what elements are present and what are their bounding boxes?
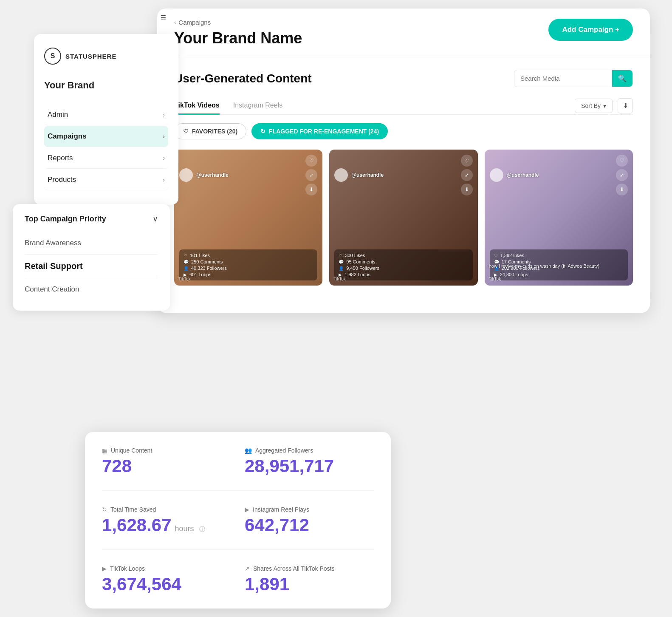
avatar-2 <box>334 168 348 182</box>
campaign-item-brand-awareness[interactable]: Brand Awareness <box>25 232 158 255</box>
favorites-filter-button[interactable]: ♡ FAVORITES (20) <box>174 123 246 139</box>
tiktok-logo-3: TikTok <box>489 277 501 281</box>
stat-tiktok-loops: ▶ TikTok Loops 3,674,564 <box>102 565 231 593</box>
download-action-2[interactable]: ⬇ <box>461 184 473 195</box>
flagged-label: FLAGGED FOR RE-ENGAGEMENT (24) <box>269 128 379 135</box>
video-card-3[interactable]: @userhandle ♡ ⤢ ⬇ how I revive my curls … <box>485 150 633 286</box>
loops-stat-3: ▶ 24,800 Loops <box>494 272 624 277</box>
loops-icon-1: ▶ <box>184 272 187 277</box>
followers-stat-2: 👤 9,450 Followers <box>339 266 468 271</box>
reel-plays-icon: ▶ <box>245 506 249 513</box>
video-grid: @userhandle ♡ ⤢ ⬇ ♡ 101 Likes <box>174 150 633 286</box>
shares-value: 1,891 <box>245 575 374 593</box>
video-overlay-1: @userhandle ♡ ⤢ ⬇ ♡ 101 Likes <box>174 150 322 286</box>
download-action-1[interactable]: ⬇ <box>305 184 317 195</box>
tiktok-logo-1: TikTok <box>178 277 191 281</box>
video-top-2: @userhandle ♡ ⤢ ⬇ <box>334 155 472 195</box>
sort-by-chevron-icon: ▾ <box>603 102 606 109</box>
tiktok-logo-2: TikTok <box>333 277 346 281</box>
like-icon-2: ♡ <box>339 253 342 258</box>
header-left: ‹ Campaigns Your Brand Name <box>174 19 302 47</box>
tabs-left: TikTok Videos Instagram Reels <box>174 97 282 114</box>
download-button[interactable]: ⬇ <box>618 98 633 113</box>
video-actions-1: ♡ ⤢ ⬇ <box>305 155 317 195</box>
share-action-1[interactable]: ⤢ <box>305 169 317 181</box>
loops-icon-3: ▶ <box>494 272 497 277</box>
filter-row: ♡ FAVORITES (20) ↻ FLAGGED FOR RE-ENGAGE… <box>174 123 633 139</box>
stat-instagram-reel-plays: ▶ Instagram Reel Plays 642,712 <box>245 506 374 534</box>
tabs-right: Sort By ▾ ⬇ <box>575 98 633 113</box>
stat-shares: ↗ Shares Across All TikTok Posts 1,891 <box>245 565 374 593</box>
logo-name: STATUSPHERE <box>65 53 116 60</box>
reel-plays-value: 642,712 <box>245 516 374 534</box>
followers-icon-1: 👤 <box>184 266 189 271</box>
video-card-2[interactable]: @userhandle ♡ ⤢ ⬇ ♡ 300 Likes <box>329 150 477 286</box>
chevron-right-icon: › <box>163 111 165 118</box>
tabs: TikTok Videos Instagram Reels Sort By ▾ … <box>174 97 633 115</box>
unique-content-label: Unique Content <box>111 447 152 454</box>
like-icon-1: ♡ <box>184 253 187 258</box>
tiktok-loops-icon: ▶ <box>102 565 107 572</box>
info-icon[interactable]: ⓘ <box>199 526 205 533</box>
video-overlay-3: @userhandle ♡ ⤢ ⬇ how I revive my curls … <box>485 150 633 286</box>
time-saved-label: Total Time Saved <box>110 506 156 513</box>
aggregated-followers-icon: 👥 <box>245 447 252 454</box>
campaign-priority-title: Top Campaign Priority <box>25 215 106 224</box>
tiktok-loops-value: 3,674,564 <box>102 575 231 593</box>
heart-action-1[interactable]: ♡ <box>305 155 317 167</box>
sort-by-dropdown[interactable]: Sort By ▾ <box>575 99 613 113</box>
time-saved-icon: ↻ <box>102 506 107 513</box>
heart-action-2[interactable]: ♡ <box>461 155 473 167</box>
campaign-priority-card: Top Campaign Priority ∨ Brand Awareness … <box>13 204 170 311</box>
sidebar-item-reports[interactable]: Reports › <box>44 148 168 169</box>
video-top-1: @userhandle ♡ ⤢ ⬇ <box>179 155 317 195</box>
reel-plays-label: Instagram Reel Plays <box>253 506 309 513</box>
comments-value-1: 250 Comments <box>191 259 223 264</box>
likes-stat-1: ♡ 101 Likes <box>184 253 313 258</box>
aggregated-followers-value: 28,951,717 <box>245 457 374 475</box>
share-action-3[interactable]: ⤢ <box>616 169 628 181</box>
heart-action-3[interactable]: ♡ <box>616 155 628 167</box>
comment-icon-1: 💬 <box>184 260 189 264</box>
heart-icon: ♡ <box>183 128 189 135</box>
main-panel: ‹ Campaigns Your Brand Name Add Campaign… <box>157 8 650 313</box>
unique-content-icon: ▦ <box>102 447 107 454</box>
flagged-filter-button[interactable]: ↻ FLAGGED FOR RE-ENGAGEMENT (24) <box>251 123 388 139</box>
ugc-section: User-Generated Content 🔍 TikTok Videos I… <box>157 56 650 313</box>
refresh-icon: ↻ <box>260 128 265 135</box>
stats-card: ▦ Unique Content 728 👥 Aggregated Follow… <box>85 432 391 609</box>
campaign-item-content-creation[interactable]: Content Creation <box>25 278 158 300</box>
download-action-3[interactable]: ⬇ <box>616 184 628 195</box>
stat-aggregated-followers: 👥 Aggregated Followers 28,951,717 <box>245 447 374 475</box>
sort-by-label: Sort By <box>581 102 601 109</box>
chevron-down-icon[interactable]: ∨ <box>152 214 158 224</box>
stat-unique-content: ▦ Unique Content 728 <box>102 447 231 475</box>
video-caption-3: how I revive my curls on wash day (ft. A… <box>489 263 629 269</box>
comments-stat-2: 💬 95 Comments <box>339 259 468 264</box>
username-1: @userhandle <box>196 172 229 178</box>
campaign-item-retail-support[interactable]: Retail Support <box>25 255 158 278</box>
add-campaign-button[interactable]: Add Campaign + <box>548 19 633 41</box>
tab-tiktok-videos[interactable]: TikTok Videos <box>174 97 220 115</box>
video-card-1[interactable]: @userhandle ♡ ⤢ ⬇ ♡ 101 Likes <box>174 150 322 286</box>
hamburger-icon[interactable]: ≡ <box>157 10 169 25</box>
search-media-input[interactable] <box>514 71 612 86</box>
comments-value-2: 95 Comments <box>346 259 375 264</box>
back-arrow-icon[interactable]: ‹ <box>174 19 176 25</box>
stat-total-time-saved: ↻ Total Time Saved 1,628.67 hours ⓘ <box>102 506 231 534</box>
sidebar-item-campaigns[interactable]: Campaigns › <box>44 126 168 147</box>
likes-value-2: 300 Likes <box>345 253 365 258</box>
sidebar: S STATUSPHERE Your Brand Admin › Campaig… <box>34 34 178 205</box>
video-actions-2: ♡ ⤢ ⬇ <box>461 155 473 195</box>
ugc-header: User-Generated Content 🔍 <box>174 70 633 87</box>
followers-value-1: 40,323 Followers <box>191 266 227 271</box>
ugc-title: User-Generated Content <box>174 72 312 85</box>
sidebar-item-admin[interactable]: Admin › <box>44 105 168 125</box>
share-action-2[interactable]: ⤢ <box>461 169 473 181</box>
followers-value-2: 9,450 Followers <box>346 266 379 271</box>
avatar-1 <box>179 168 193 182</box>
search-button[interactable]: 🔍 <box>612 70 632 87</box>
video-user-1: @userhandle <box>179 168 229 182</box>
sidebar-item-products[interactable]: Products › <box>44 170 168 190</box>
tab-instagram-reels[interactable]: Instagram Reels <box>233 97 283 115</box>
